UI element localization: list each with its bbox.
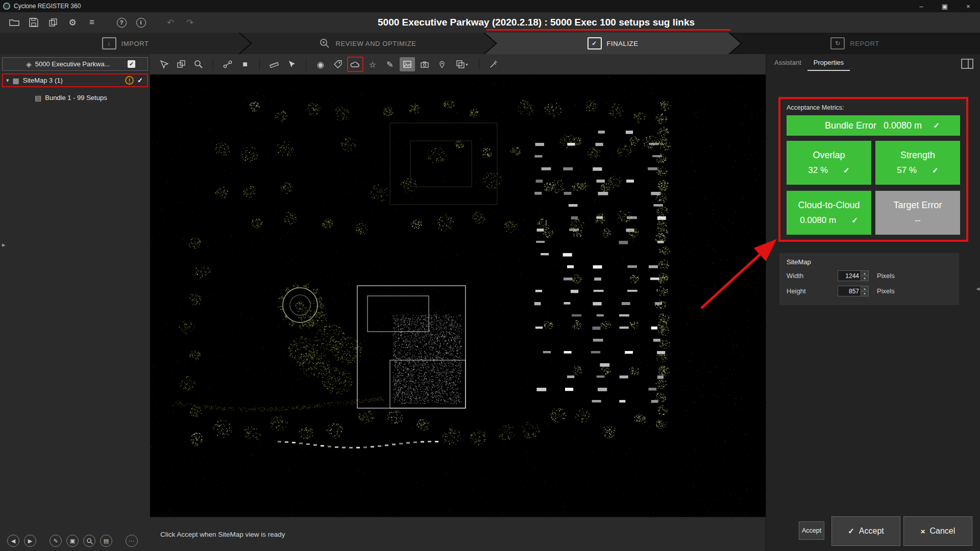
cancel-button[interactable]: × Cancel (903, 516, 972, 546)
sitemap-check-icon: ✓ (137, 77, 143, 84)
tab-assistant[interactable]: Assistant (768, 54, 807, 71)
sitemap-height-row: Height ▴▾ Pixels (787, 286, 952, 296)
project-checkbox[interactable]: ✓ (128, 60, 135, 68)
workflow-step-label: IMPORT (121, 40, 149, 47)
tree-item-sitemap[interactable]: ▾ ▦ SiteMap 3 (1) ! ✓ (2, 73, 148, 87)
sitemap-icon: ▦ (13, 77, 19, 85)
sitemap-height-input[interactable] (838, 286, 861, 296)
layers-stack-icon (456, 60, 465, 69)
spin-up-icon[interactable]: ▴ (861, 271, 868, 276)
link-visibility-button[interactable] (220, 57, 235, 71)
overlap-squares-icon (177, 60, 186, 69)
panel-collapse-handle[interactable]: ◂ (976, 285, 979, 292)
wand-icon (489, 60, 498, 69)
width-units: Pixels (877, 272, 895, 280)
minimize-button[interactable]: – (910, 0, 933, 12)
screenshot-button[interactable] (417, 57, 432, 71)
target-dot-icon: ◉ (317, 60, 324, 69)
draw-link-button[interactable]: ✎ (382, 57, 398, 71)
sitemap-image-button[interactable] (400, 57, 415, 71)
pick-transform-button[interactable] (156, 57, 172, 71)
undo-button[interactable]: ↶ (162, 15, 179, 30)
tree-item-bundle[interactable]: ▤ Bundle 1 - 99 Setups (2, 91, 148, 105)
panel-layout-button[interactable] (961, 59, 973, 70)
cloud-to-cloud-label: Cloud-to-Cloud (798, 200, 860, 211)
point-cloud-toggle-button[interactable] (348, 57, 363, 71)
window-controls: – ▣ × (910, 0, 980, 12)
pointcloud-view[interactable] (150, 74, 766, 517)
setup-markers-button[interactable]: ◉ (313, 57, 328, 71)
save-project-button[interactable] (26, 15, 42, 30)
zoom-tool-button[interactable] (83, 535, 95, 547)
nav-play-button[interactable]: ▶ (24, 535, 36, 547)
workflow-step-finalize[interactable]: ✓ FINALIZE (485, 33, 741, 54)
workflow-step-label: REVIEW AND OPTIMIZE (335, 40, 416, 47)
tab-properties[interactable]: Properties (807, 54, 850, 71)
pick-point-button[interactable] (284, 57, 299, 71)
workflow-step-report[interactable]: ↻ REPORT (730, 33, 980, 54)
event-log-button[interactable]: ≡ (84, 15, 100, 30)
maximize-button[interactable]: ▣ (933, 0, 957, 12)
links-graph-button[interactable]: ☆ (365, 57, 380, 71)
thumbnail-view-button[interactable]: ▤ (100, 535, 112, 547)
folder-open-icon (9, 18, 19, 27)
nav-previous-button[interactable]: ◀ (7, 535, 19, 547)
more-options-button[interactable]: ⋯ (126, 535, 138, 547)
copy-icon: ▣ (70, 538, 75, 544)
spin-up-icon[interactable]: ▴ (861, 286, 868, 291)
open-project-button[interactable] (6, 15, 22, 30)
caret-right-icon: ▸ (2, 241, 6, 248)
spin-down-icon[interactable]: ▾ (861, 291, 868, 296)
annotation-underline (486, 29, 730, 31)
pencil-icon: ✎ (53, 538, 58, 544)
expand-caret-icon[interactable]: ▾ (6, 77, 9, 84)
fill-display-button[interactable]: ■ (237, 57, 253, 71)
measure-button[interactable] (266, 57, 282, 71)
tree-item-label: SiteMap 3 (1) (23, 77, 63, 84)
accept-small-button[interactable]: Accept (799, 521, 824, 540)
strength-value: 57 % (897, 165, 917, 176)
play-icon: ▶ (28, 538, 32, 544)
labels-button[interactable] (330, 57, 346, 71)
duplicate-project-button[interactable] (45, 15, 61, 30)
overlap-view-button[interactable] (174, 57, 189, 71)
sitemap-width-input[interactable] (838, 271, 861, 281)
overlay-layers-button[interactable]: ▾ (452, 57, 472, 71)
accept-check-icon: ✓ (848, 527, 854, 536)
link-icon (223, 60, 232, 68)
finalize-check-icon: ✓ (587, 37, 602, 49)
settings-button[interactable]: ⚙ (64, 15, 81, 30)
review-magnifier-icon (319, 38, 330, 49)
sitemap-section-title: SiteMap (787, 258, 952, 266)
zoom-region-button[interactable] (191, 57, 206, 71)
cloud-to-cloud-metric: Cloud-to-Cloud 0.0080 m✓ (787, 191, 871, 235)
bundle-error-value: 0.0080 m (884, 120, 922, 131)
report-icon: ↻ (830, 37, 845, 49)
about-button[interactable]: i (133, 15, 149, 30)
accept-button[interactable]: ✓ Accept (831, 516, 900, 546)
window-titlebar: Cyclone REGISTER 360 – ▣ × (0, 0, 980, 12)
tree-item-label: Bundle 1 - 99 Setups (45, 94, 107, 102)
geotag-button[interactable] (434, 57, 450, 71)
sidebar-collapse-handle[interactable]: ▸ (2, 241, 6, 248)
redo-button[interactable]: ↷ (182, 15, 198, 30)
workflow-step-import[interactable]: ↓ IMPORT (0, 33, 251, 54)
pass-check-icon: ✓ (933, 121, 940, 130)
width-label: Width (787, 272, 838, 280)
star-icon: ☆ (369, 60, 376, 69)
strength-label: Strength (900, 150, 935, 161)
pass-check-icon: ✓ (932, 166, 939, 175)
bundle-error-label: Bundle Error (825, 120, 876, 131)
workflow-step-review[interactable]: REVIEW AND OPTIMIZE (240, 33, 496, 54)
app-title: Cyclone REGISTER 360 (14, 3, 81, 10)
spin-down-icon[interactable]: ▾ (861, 276, 868, 281)
toolbar-divider (306, 58, 306, 70)
import-icon: ↓ (102, 37, 116, 49)
close-button[interactable]: × (957, 0, 980, 12)
cleanup-tool-button[interactable] (486, 57, 501, 71)
tree-item-project[interactable]: ◈ 5000 Executive Parkwa... ✓ (2, 57, 148, 71)
help-button[interactable]: ? (113, 15, 130, 30)
copy-view-button[interactable]: ▣ (66, 535, 79, 547)
properties-panel: Assistant Properties Acceptance Metrics:… (766, 54, 980, 551)
edit-button[interactable]: ✎ (50, 535, 62, 547)
